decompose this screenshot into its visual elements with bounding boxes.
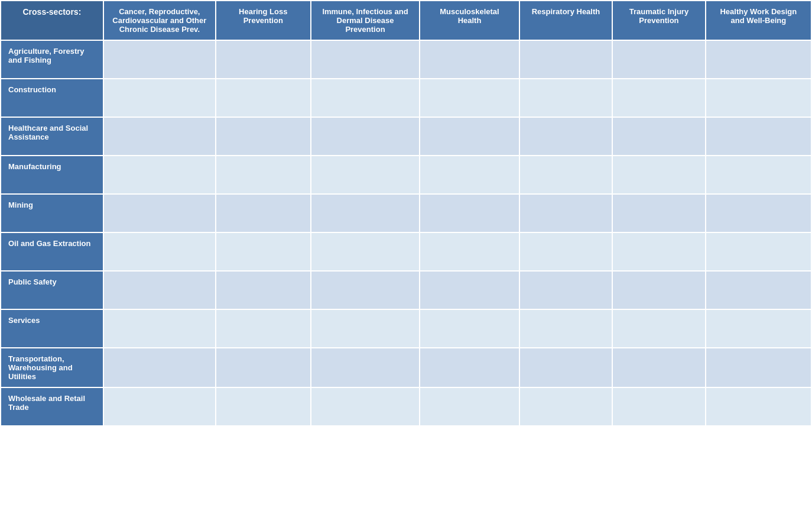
table-row: Construction [1, 79, 811, 117]
data-cell [706, 117, 811, 156]
data-cell [706, 79, 811, 117]
data-cell [103, 40, 216, 79]
data-cell [311, 348, 420, 387]
data-cell [519, 309, 613, 348]
data-cell [706, 271, 811, 309]
table-row: Public Safety [1, 271, 811, 309]
data-cell [612, 387, 706, 426]
data-cell [420, 194, 519, 232]
header-immune: Immune, Infectious and Dermal Disease Pr… [311, 1, 420, 40]
data-cell [519, 387, 613, 426]
data-cell [519, 271, 613, 309]
data-cell [706, 40, 811, 79]
data-cell [519, 117, 613, 156]
data-cell [311, 309, 420, 348]
data-cell [420, 40, 519, 79]
header-hearing: Hearing Loss Prevention [216, 1, 311, 40]
table-row: Mining [1, 194, 811, 232]
data-cell [420, 156, 519, 194]
data-cell [420, 309, 519, 348]
data-cell [216, 40, 311, 79]
data-cell [519, 232, 613, 271]
data-cell [612, 79, 706, 117]
data-cell [311, 387, 420, 426]
header-musculoskeletal: Musculoskeletal Health [420, 1, 519, 40]
data-cell [519, 194, 613, 232]
row-label: Construction [1, 79, 103, 117]
data-cell [103, 387, 216, 426]
table-row: Services [1, 309, 811, 348]
table-row: Manufacturing [1, 156, 811, 194]
data-cell [612, 271, 706, 309]
header-cancer: Cancer, Reproductive, Cardiovascular and… [103, 1, 216, 40]
data-cell [519, 348, 613, 387]
header-traumatic: Traumatic Injury Prevention [612, 1, 706, 40]
header-respiratory: Respiratory Health [519, 1, 613, 40]
data-cell [420, 348, 519, 387]
table-row: Transportation, Warehousing and Utilitie… [1, 348, 811, 387]
row-label: Public Safety [1, 271, 103, 309]
data-cell [216, 117, 311, 156]
data-cell [216, 271, 311, 309]
data-cell [420, 117, 519, 156]
data-cell [311, 194, 420, 232]
data-cell [311, 79, 420, 117]
row-label: Agriculture, Forestry and Fishing [1, 40, 103, 79]
data-cell [216, 194, 311, 232]
data-cell [706, 156, 811, 194]
header-cross-sectors: Cross-sectors: [1, 1, 103, 40]
data-cell [706, 194, 811, 232]
table-row: Oil and Gas Extraction [1, 232, 811, 271]
data-cell [216, 348, 311, 387]
data-cell [612, 309, 706, 348]
row-label: Transportation, Warehousing and Utilitie… [1, 348, 103, 387]
data-cell [103, 79, 216, 117]
table-row: Wholesale and Retail Trade [1, 387, 811, 426]
data-cell [612, 117, 706, 156]
data-cell [103, 117, 216, 156]
data-cell [706, 232, 811, 271]
data-cell [706, 309, 811, 348]
data-cell [420, 232, 519, 271]
data-cell [519, 79, 613, 117]
data-cell [420, 387, 519, 426]
cross-sector-table: Cross-sectors: Cancer, Reproductive, Car… [0, 0, 812, 426]
data-cell [103, 156, 216, 194]
data-cell [216, 79, 311, 117]
row-label: Mining [1, 194, 103, 232]
header-healthy-work: Healthy Work Design and Well-Being [706, 1, 811, 40]
data-cell [311, 271, 420, 309]
data-cell [311, 40, 420, 79]
data-cell [216, 387, 311, 426]
row-label: Healthcare and Social Assistance [1, 117, 103, 156]
data-cell [519, 156, 613, 194]
row-label: Wholesale and Retail Trade [1, 387, 103, 426]
row-label: Manufacturing [1, 156, 103, 194]
data-cell [311, 156, 420, 194]
data-cell [216, 156, 311, 194]
data-cell [311, 117, 420, 156]
row-label: Services [1, 309, 103, 348]
data-cell [612, 156, 706, 194]
data-cell [420, 79, 519, 117]
table-row: Healthcare and Social Assistance [1, 117, 811, 156]
data-cell [216, 309, 311, 348]
data-cell [103, 309, 216, 348]
data-cell [706, 348, 811, 387]
data-cell [420, 271, 519, 309]
data-cell [519, 40, 613, 79]
row-label: Oil and Gas Extraction [1, 232, 103, 271]
data-cell [612, 232, 706, 271]
table-header: Cross-sectors: Cancer, Reproductive, Car… [1, 1, 811, 40]
data-cell [612, 348, 706, 387]
data-cell [103, 232, 216, 271]
data-cell [103, 348, 216, 387]
data-cell [311, 232, 420, 271]
data-cell [706, 387, 811, 426]
table-row: Agriculture, Forestry and Fishing [1, 40, 811, 79]
data-cell [612, 40, 706, 79]
data-cell [103, 194, 216, 232]
data-cell [216, 232, 311, 271]
data-cell [612, 194, 706, 232]
data-cell [103, 271, 216, 309]
